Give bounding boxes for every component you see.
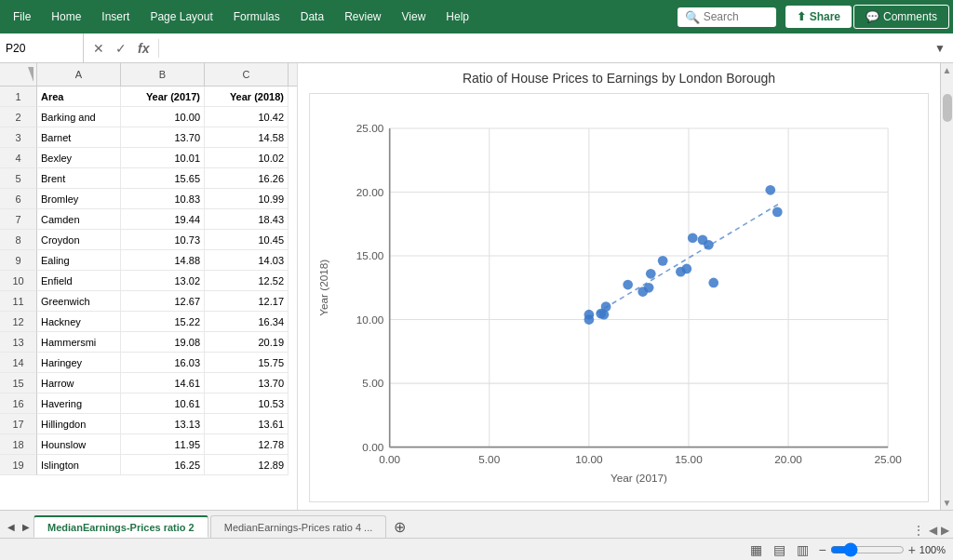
cell-a3[interactable]: Barnet xyxy=(37,127,121,148)
tab-nav-right[interactable]: ▶ xyxy=(19,515,34,538)
cell-a15[interactable]: Harrow xyxy=(37,373,121,393)
cell-a1[interactable]: Area xyxy=(37,87,121,107)
vertical-scrollbar[interactable]: ▲ ▼ xyxy=(940,63,953,510)
cell-a13[interactable]: Hammersmi xyxy=(37,332,121,353)
cell-a17[interactable]: Hillingdon xyxy=(37,414,121,434)
page-break-icon[interactable]: ▥ xyxy=(795,540,811,559)
cell-c4[interactable]: 10.02 xyxy=(205,148,289,168)
cell-c1[interactable]: Year (2018) xyxy=(205,87,289,107)
fx-icon[interactable]: fx xyxy=(134,39,153,58)
normal-view-icon[interactable]: ▦ xyxy=(748,540,764,559)
cell-c18[interactable]: 12.78 xyxy=(205,434,289,455)
cell-c13[interactable]: 20.19 xyxy=(205,332,289,353)
cell-a12[interactable]: Hackney xyxy=(37,312,121,332)
menu-formulas[interactable]: Formulas xyxy=(224,5,289,29)
cell-a19[interactable]: Islington xyxy=(37,455,121,475)
menu-help[interactable]: Help xyxy=(436,5,478,29)
cell-b1[interactable]: Year (2017) xyxy=(121,87,205,107)
cell-c5[interactable]: 16.26 xyxy=(205,168,289,189)
menu-insert[interactable]: Insert xyxy=(92,5,139,29)
tab-median-4[interactable]: MedianEarnings-Prices ratio 4 ... xyxy=(210,515,387,538)
cell-c11[interactable]: 12.17 xyxy=(205,291,289,312)
cell-a10[interactable]: Enfield xyxy=(37,271,121,291)
cell-a7[interactable]: Camden xyxy=(37,209,121,230)
scroll-up-icon[interactable]: ▲ xyxy=(943,63,952,75)
cell-b19[interactable]: 16.25 xyxy=(121,455,205,475)
tab-scroll-left[interactable]: ◀ xyxy=(929,524,937,537)
formula-input[interactable] xyxy=(159,42,927,55)
cell-c8[interactable]: 10.45 xyxy=(205,230,289,250)
cell-b13[interactable]: 19.08 xyxy=(121,332,205,353)
cell-c10[interactable]: 12.52 xyxy=(205,271,289,291)
tab-scroll-dots[interactable]: ⋮ xyxy=(912,523,925,538)
cell-c19[interactable]: 12.89 xyxy=(205,455,289,475)
menu-view[interactable]: View xyxy=(393,5,436,29)
cell-b9[interactable]: 14.88 xyxy=(121,250,205,271)
cell-a5[interactable]: Brent xyxy=(37,168,121,189)
zoom-slider[interactable] xyxy=(830,542,905,557)
cancel-formula-icon[interactable]: ✕ xyxy=(89,39,108,58)
cell-b10[interactable]: 13.02 xyxy=(121,271,205,291)
name-box[interactable]: P20 xyxy=(0,33,84,62)
cell-b5[interactable]: 15.65 xyxy=(121,168,205,189)
cell-a2[interactable]: Barking and xyxy=(37,107,121,127)
cell-c6[interactable]: 10.99 xyxy=(205,189,289,209)
cell-c12[interactable]: 16.34 xyxy=(205,312,289,332)
cell-c3[interactable]: 14.58 xyxy=(205,127,289,148)
cell-b14[interactable]: 16.03 xyxy=(121,353,205,373)
cell-a8[interactable]: Croydon xyxy=(37,230,121,250)
cell-c7[interactable]: 18.43 xyxy=(205,209,289,230)
page-layout-icon[interactable]: ▤ xyxy=(772,540,787,559)
cell-a18[interactable]: Hounslow xyxy=(37,434,121,455)
cell-b4[interactable]: 10.01 xyxy=(121,148,205,168)
cell-c17[interactable]: 13.61 xyxy=(205,414,289,434)
cell-a14[interactable]: Haringey xyxy=(37,353,121,373)
menu-page-layout[interactable]: Page Layout xyxy=(141,5,221,29)
cell-b6[interactable]: 10.83 xyxy=(121,189,205,209)
cell-b18[interactable]: 11.95 xyxy=(121,434,205,455)
cell-c14[interactable]: 15.75 xyxy=(205,353,289,373)
cell-b12[interactable]: 15.22 xyxy=(121,312,205,332)
cell-b2[interactable]: 10.00 xyxy=(121,107,205,127)
col-header-b[interactable]: B xyxy=(121,63,205,86)
scroll-down-icon[interactable]: ▼ xyxy=(943,498,952,510)
menu-review[interactable]: Review xyxy=(335,5,390,29)
select-all-icon[interactable] xyxy=(0,63,37,86)
tab-median-2[interactable]: MedianEarnings-Prices ratio 2 xyxy=(34,515,208,538)
add-sheet-button[interactable]: ⊕ xyxy=(388,515,410,538)
tab-scroll-right[interactable]: ▶ xyxy=(941,524,949,537)
col-header-a[interactable]: A xyxy=(37,63,121,86)
cell-b15[interactable]: 14.61 xyxy=(121,373,205,393)
scroll-thumb[interactable] xyxy=(943,94,952,122)
search-box[interactable]: 🔍 xyxy=(678,7,776,27)
cell-b17[interactable]: 13.13 xyxy=(121,414,205,434)
formula-dropdown[interactable]: ▼ xyxy=(927,42,953,55)
confirm-formula-icon[interactable]: ✓ xyxy=(112,39,130,58)
cell-b8[interactable]: 10.73 xyxy=(121,230,205,250)
cell-b7[interactable]: 19.44 xyxy=(121,209,205,230)
cell-c15[interactable]: 13.70 xyxy=(205,373,289,393)
rows-container[interactable]: 1 Area Year (2017) Year (2018) 2 Barking… xyxy=(0,87,297,510)
menu-home[interactable]: Home xyxy=(42,5,90,29)
share-button[interactable]: ⬆ Share xyxy=(785,6,852,28)
col-header-c[interactable]: C xyxy=(205,63,289,86)
cell-a6[interactable]: Bromley xyxy=(37,189,121,209)
cell-a11[interactable]: Greenwich xyxy=(37,291,121,312)
zoom-in-icon[interactable]: + xyxy=(908,542,916,557)
menu-data[interactable]: Data xyxy=(291,5,333,29)
search-input[interactable] xyxy=(704,10,769,23)
cell-b3[interactable]: 13.70 xyxy=(121,127,205,148)
tab-nav-left[interactable]: ◀ xyxy=(4,515,19,538)
cell-c9[interactable]: 14.03 xyxy=(205,250,289,271)
cell-c16[interactable]: 10.53 xyxy=(205,393,289,414)
cell-a16[interactable]: Havering xyxy=(37,393,121,414)
row-num: 13 xyxy=(0,332,37,353)
zoom-out-icon[interactable]: − xyxy=(818,542,825,557)
cell-b11[interactable]: 12.67 xyxy=(121,291,205,312)
cell-c2[interactable]: 10.42 xyxy=(205,107,289,127)
cell-a4[interactable]: Bexley xyxy=(37,148,121,168)
comments-button[interactable]: 💬 Comments xyxy=(853,5,949,29)
menu-file[interactable]: File xyxy=(4,5,40,29)
cell-b16[interactable]: 10.61 xyxy=(121,393,205,414)
cell-a9[interactable]: Ealing xyxy=(37,250,121,271)
